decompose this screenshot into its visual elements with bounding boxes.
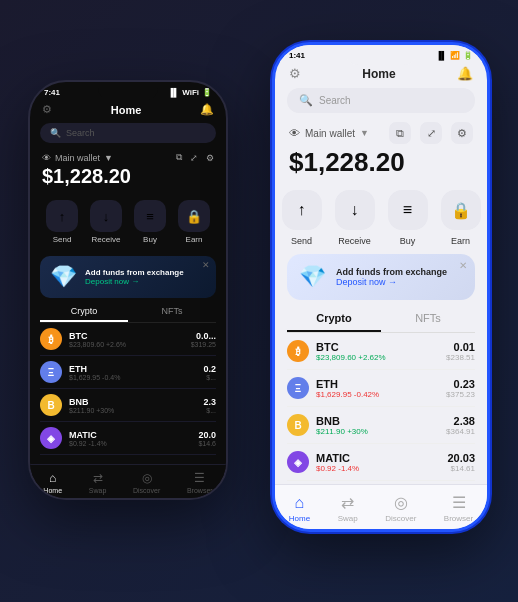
dark-banner-content: Add funds from exchange Deposit now → xyxy=(85,268,184,286)
dark-bottom-nav: ⌂ Home ⇄ Swap ◎ Discover ☰ Browser xyxy=(30,464,226,498)
light-tabs: Crypto NFTs xyxy=(287,306,475,333)
light-balance: $1,228.20 xyxy=(289,147,473,178)
dark-phone: 7:41 ▐▌ WiFi 🔋 ⚙ Home 🔔 🔍 Search 👁 Main … xyxy=(28,80,228,500)
dark-search-bar[interactable]: 🔍 Search xyxy=(40,123,216,143)
light-expand-icon[interactable]: ⤢ xyxy=(420,122,442,144)
light-phone: 1:41 ▐▌ 📶 🔋 ⚙ Home 🔔 🔍 Search 👁 Main wal… xyxy=(272,42,490,532)
dark-settings-icon[interactable]: ⚙ xyxy=(206,153,214,163)
dark-buy-btn[interactable]: ≡ Buy xyxy=(134,200,166,244)
light-bnb-icon: B xyxy=(287,414,309,436)
dark-discover-icon: ◎ xyxy=(142,471,152,485)
dark-search-icon: 🔍 xyxy=(50,128,61,138)
light-bottom-nav: ⌂ Home ⇄ Swap ◎ Discover ☰ Browser xyxy=(275,484,487,529)
dark-send-icon: ↑ xyxy=(46,200,78,232)
light-bnb-row[interactable]: B BNB $211.90 +30% 2.38 $364.91 xyxy=(287,407,475,444)
dark-copy-icon[interactable]: ⧉ xyxy=(176,152,182,163)
dark-tab-crypto[interactable]: Crypto xyxy=(40,302,128,322)
dark-nav-home[interactable]: ⌂ Home xyxy=(43,471,62,494)
dark-matic-val: 20.0 $14.6 xyxy=(198,430,216,447)
dark-deposit-link[interactable]: Deposit now → xyxy=(85,277,184,286)
light-nav-swap[interactable]: ⇄ Swap xyxy=(338,493,358,523)
dark-earn-icon: 🔒 xyxy=(178,200,210,232)
light-gear-icon[interactable]: ⚙ xyxy=(289,66,301,81)
light-send-icon: ↑ xyxy=(282,190,322,230)
dark-nav-browser[interactable]: ☰ Browser xyxy=(187,471,213,494)
light-nav-home[interactable]: ⌂ Home xyxy=(289,494,310,523)
light-btc-val: 0.01 $238.51 xyxy=(446,341,475,362)
dark-notch xyxy=(98,82,158,100)
light-search-icon: 🔍 xyxy=(299,94,313,107)
light-nav-browser[interactable]: ☰ Browser xyxy=(444,493,473,523)
light-receive-icon: ↓ xyxy=(335,190,375,230)
light-header: ⚙ Home 🔔 xyxy=(275,62,487,85)
light-wallet-label: 👁 Main wallet ▼ ⧉ ⤢ ⚙ xyxy=(289,122,473,144)
light-eth-row[interactable]: Ξ ETH $1,629.95 -0.42% 0.23 $375.23 xyxy=(287,370,475,407)
light-chevron-icon: ▼ xyxy=(360,128,369,138)
light-earn-icon: 🔒 xyxy=(441,190,481,230)
dark-tabs: Crypto NFTs xyxy=(40,302,216,323)
dark-gear-icon[interactable]: ⚙ xyxy=(42,103,52,116)
light-receive-label: Receive xyxy=(338,236,371,246)
light-close-banner[interactable]: ✕ xyxy=(459,260,467,271)
light-eth-icon: Ξ xyxy=(287,377,309,399)
dark-send-label: Send xyxy=(53,235,72,244)
light-eye-icon: 👁 xyxy=(289,127,300,139)
dark-close-banner[interactable]: ✕ xyxy=(202,260,210,270)
dark-bnb-val: 2.3 $... xyxy=(203,397,216,414)
dark-status-icons: ▐▌ WiFi 🔋 xyxy=(168,88,212,97)
dark-buy-label: Buy xyxy=(143,235,157,244)
dark-swap-icon: ⇄ xyxy=(93,471,103,485)
light-receive-btn[interactable]: ↓ Receive xyxy=(335,190,375,246)
dark-eth-val: 0.2 $... xyxy=(203,364,216,381)
dark-eth-row[interactable]: Ξ ETH $1,629.95 -0.4% 0.2 $... xyxy=(40,356,216,389)
dark-receive-btn[interactable]: ↓ Receive xyxy=(90,200,122,244)
dark-btc-info: BTC $23,809.60 +2.6% xyxy=(69,331,191,348)
dark-receive-label: Receive xyxy=(92,235,121,244)
light-nav-discover[interactable]: ◎ Discover xyxy=(385,493,416,523)
light-btc-row[interactable]: ₿ BTC $23,809.60 +2.62% 0.01 $238.51 xyxy=(287,333,475,370)
dark-balance: $1,228.20 xyxy=(42,165,214,188)
dark-bnb-row[interactable]: B BNB $211.90 +30% 2.3 $... xyxy=(40,389,216,422)
light-tab-nfts[interactable]: NFTs xyxy=(381,306,475,332)
dark-eth-icon: Ξ xyxy=(40,361,62,383)
dark-home-icon: ⌂ xyxy=(49,471,56,485)
dark-bnb-info: BNB $211.90 +30% xyxy=(69,397,203,414)
light-banner: 💎 Add funds from exchange Deposit now → … xyxy=(287,254,475,300)
light-settings-icon[interactable]: ⚙ xyxy=(451,122,473,144)
dark-nav-swap[interactable]: ⇄ Swap xyxy=(89,471,107,494)
light-earn-btn[interactable]: 🔒 Earn xyxy=(441,190,481,246)
dark-send-btn[interactable]: ↑ Send xyxy=(46,200,78,244)
light-buy-btn[interactable]: ≡ Buy xyxy=(388,190,428,246)
dark-btc-row[interactable]: ₿ BTC $23,809.60 +2.6% 0.0... $319.25 xyxy=(40,323,216,356)
dark-buy-icon: ≡ xyxy=(134,200,166,232)
light-bnb-info: BNB $211.90 +30% xyxy=(316,415,446,436)
dark-receive-icon: ↓ xyxy=(90,200,122,232)
light-send-btn[interactable]: ↑ Send xyxy=(282,190,322,246)
light-time: 1:41 xyxy=(289,51,305,60)
light-bnb-val: 2.38 $364.91 xyxy=(446,415,475,436)
light-search-bar[interactable]: 🔍 Search xyxy=(287,88,475,113)
light-buy-icon: ≡ xyxy=(388,190,428,230)
dark-matic-row[interactable]: ◈ MATIC $0.92 -1.4% 20.0 $14.6 xyxy=(40,422,216,455)
light-eth-info: ETH $1,629.95 -0.42% xyxy=(316,378,446,399)
light-deposit-link[interactable]: Deposit now → xyxy=(336,277,447,287)
dark-earn-btn[interactable]: 🔒 Earn xyxy=(178,200,210,244)
dark-tab-nfts[interactable]: NFTs xyxy=(128,302,216,322)
dark-nav-discover[interactable]: ◎ Discover xyxy=(133,471,160,494)
dark-coin-list: ₿ BTC $23,809.60 +2.6% 0.0... $319.25 Ξ … xyxy=(30,323,226,455)
light-matic-row[interactable]: ◈ MATIC $0.92 -1.4% 20.03 $14.61 xyxy=(287,444,475,481)
dark-banner-icon: 💎 xyxy=(50,264,77,290)
dark-wallet-label: 👁 Main wallet ▼ ⧉ ⤢ ⚙ xyxy=(42,152,214,163)
light-wallet-section: 👁 Main wallet ▼ ⧉ ⤢ ⚙ $1,228.20 xyxy=(275,116,487,184)
light-buy-label: Buy xyxy=(400,236,416,246)
light-bell-icon[interactable]: 🔔 xyxy=(457,66,473,81)
dark-bell-icon[interactable]: 🔔 xyxy=(200,103,214,116)
light-tab-crypto[interactable]: Crypto xyxy=(287,306,381,332)
light-search-placeholder: Search xyxy=(319,95,351,106)
light-copy-icon[interactable]: ⧉ xyxy=(389,122,411,144)
dark-eth-info: ETH $1,629.95 -0.4% xyxy=(69,364,203,381)
light-header-title: Home xyxy=(362,67,395,81)
dark-actions: ↑ Send ↓ Receive ≡ Buy 🔒 Earn xyxy=(30,192,226,252)
dark-eye-icon: 👁 xyxy=(42,153,51,163)
dark-expand-icon[interactable]: ⤢ xyxy=(190,153,198,163)
